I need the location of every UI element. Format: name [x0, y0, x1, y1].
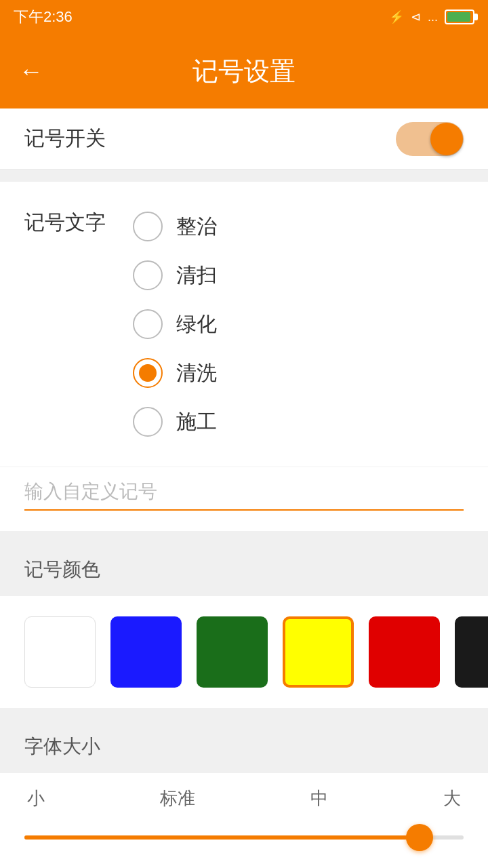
radio-qingsao[interactable]: 清扫: [133, 251, 464, 300]
radio-circle-lvhua: [133, 309, 163, 339]
app-bar: ← 记号设置: [0, 34, 488, 108]
radio-text-lvhua: 绿化: [176, 311, 217, 338]
toggle-row: 记号开关: [0, 108, 488, 170]
font-size-medium: 中: [310, 787, 328, 810]
radio-circle-qingxi: [133, 358, 163, 388]
font-size-standard: 标准: [160, 787, 195, 810]
back-button[interactable]: ←: [19, 59, 43, 83]
font-size-section-header: 字体大小: [0, 720, 488, 773]
page-title: 记号设置: [192, 54, 296, 89]
signal-icon: ...: [428, 10, 438, 24]
radio-text-qingxi: 清洗: [176, 359, 217, 387]
color-blue[interactable]: [110, 616, 182, 688]
radio-options: 整治 清扫 绿化 清洗 施工: [133, 202, 464, 446]
color-red[interactable]: [369, 616, 440, 688]
color-header-label: 记号颜色: [24, 559, 100, 580]
slider-thumb[interactable]: [406, 824, 433, 851]
divider-2: [0, 531, 488, 543]
mark-text-row: 记号文字 整治 清扫 绿化 清洗 施工: [0, 182, 488, 467]
radio-text-shigong: 施工: [176, 408, 217, 436]
font-size-small: 小: [27, 787, 45, 810]
slider-fill: [24, 835, 420, 840]
font-size-header-label: 字体大小: [24, 736, 100, 757]
status-time: 下午2:36: [14, 7, 73, 27]
radio-shigong[interactable]: 施工: [133, 397, 464, 446]
mark-text-section: 记号文字 整治 清扫 绿化 清洗 施工: [0, 182, 488, 531]
radio-circle-zhengzhi: [133, 212, 163, 241]
font-size-slider-container: [24, 824, 464, 851]
custom-input-row: [0, 467, 488, 531]
radio-circle-shigong: [133, 407, 163, 437]
color-black[interactable]: [455, 616, 488, 688]
bluetooth-icon: ⚡: [389, 9, 404, 24]
divider-1: [0, 170, 488, 182]
slider-track[interactable]: [24, 835, 464, 840]
radio-text-zhengzhi: 整治: [176, 213, 217, 241]
color-yellow[interactable]: [283, 616, 354, 688]
radio-lvhua[interactable]: 绿化: [133, 300, 464, 349]
font-size-labels: 小 标准 中 大: [24, 787, 464, 810]
status-icons: ⚡ ⊲ ...: [389, 9, 474, 24]
color-white[interactable]: [24, 616, 96, 688]
wifi-icon: ⊲: [411, 9, 421, 24]
divider-3: [0, 708, 488, 720]
color-section-header: 记号颜色: [0, 543, 488, 596]
toggle-knob: [430, 123, 463, 155]
radio-circle-qingsao: [133, 260, 163, 290]
font-size-large: 大: [443, 787, 461, 810]
radio-qingxi[interactable]: 清洗: [133, 349, 464, 397]
battery-icon: [445, 9, 474, 24]
color-picker-section: [0, 596, 488, 708]
color-green[interactable]: [197, 616, 268, 688]
custom-input[interactable]: [24, 474, 464, 511]
radio-zhengzhi[interactable]: 整治: [133, 202, 464, 251]
font-size-section: 小 标准 中 大: [0, 773, 488, 868]
radio-text-qingsao: 清扫: [176, 262, 217, 290]
mark-text-label: 记号文字: [24, 202, 133, 243]
toggle-label: 记号开关: [24, 125, 106, 153]
radio-inner-qingxi: [139, 364, 157, 382]
toggle-switch[interactable]: [396, 122, 464, 156]
status-bar: 下午2:36 ⚡ ⊲ ...: [0, 0, 488, 34]
